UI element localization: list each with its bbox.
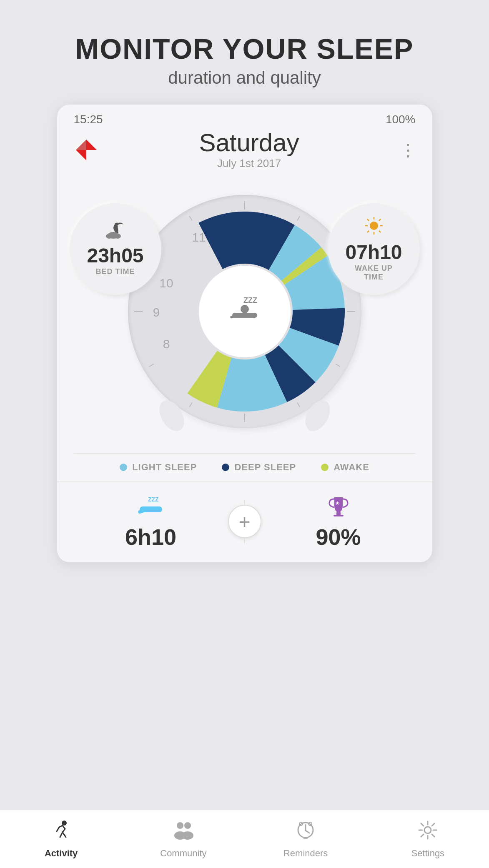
community-icon xyxy=(172,820,195,845)
svg-text:★: ★ xyxy=(335,500,340,506)
svg-rect-46 xyxy=(336,512,341,515)
svg-line-40 xyxy=(379,231,381,232)
wake-time-icon xyxy=(364,216,384,239)
stats-wrapper: ZZZ 6h10 + xyxy=(57,481,432,562)
svg-line-41 xyxy=(379,219,381,221)
svg-point-59 xyxy=(424,827,431,833)
nav-reminders[interactable]: Reminders xyxy=(245,810,367,868)
svg-line-13 xyxy=(189,402,192,407)
bed-time-circle: 23h05 BED TIME xyxy=(70,203,161,295)
wake-time-label: WAKE UPTIME xyxy=(355,264,393,282)
svg-text:9: 9 xyxy=(153,305,160,319)
reminders-icon xyxy=(295,820,316,845)
header-subtitle: duration and quality xyxy=(17,68,472,88)
svg-point-31 xyxy=(241,305,249,313)
activity-icon xyxy=(51,820,72,845)
day-name: Saturday xyxy=(199,130,299,155)
bottom-nav: Activity Community Reminders xyxy=(0,810,489,868)
wake-time-value: 07h10 xyxy=(345,242,402,262)
svg-point-49 xyxy=(62,821,67,826)
svg-line-17 xyxy=(189,216,192,220)
legend-deep-sleep: DEEP SLEEP xyxy=(222,462,296,473)
bed-time-label: BED TIME xyxy=(95,267,135,276)
svg-line-7 xyxy=(297,216,300,220)
svg-line-14 xyxy=(149,364,153,367)
svg-line-11 xyxy=(297,402,300,407)
phone-header: Saturday July 1st 2017 ⋮ xyxy=(57,126,432,178)
clock-container: 12 1 2 3 4 5 6 7 8 9 10 11 ZZZ xyxy=(128,195,361,428)
more-menu-button[interactable]: ⋮ xyxy=(400,143,416,157)
svg-text:ZZZ: ZZZ xyxy=(148,496,159,503)
svg-line-42 xyxy=(367,231,369,232)
sleep-icon: ZZZ xyxy=(226,294,263,329)
sleep-duration-icon: ZZZ xyxy=(136,494,166,521)
nav-reminders-label: Reminders xyxy=(283,848,328,859)
nav-activity[interactable]: Activity xyxy=(0,810,122,868)
clock-center: ZZZ xyxy=(199,266,291,357)
sleep-quality-icon: ★ xyxy=(326,494,351,521)
awake-label: AWAKE xyxy=(334,462,369,473)
sleep-duration-stat: ZZZ 6h10 xyxy=(57,494,245,550)
status-bar: 15:25 100% xyxy=(57,105,432,126)
svg-point-53 xyxy=(182,831,193,840)
svg-point-51 xyxy=(184,822,191,829)
bed-time-icon xyxy=(105,222,126,242)
sleep-chart-area: 23h05 BED TIME xyxy=(57,187,432,453)
status-battery: 100% xyxy=(386,113,416,126)
deep-sleep-dot xyxy=(222,464,229,471)
svg-text:ZZZ: ZZZ xyxy=(243,296,257,304)
sleep-legend: LIGHT SLEEP DEEP SLEEP AWAKE xyxy=(74,453,416,481)
svg-line-10 xyxy=(336,364,340,367)
light-sleep-dot xyxy=(120,464,127,471)
svg-line-39 xyxy=(367,219,369,221)
svg-text:10: 10 xyxy=(159,276,173,290)
app-logo xyxy=(74,137,99,162)
legend-awake: AWAKE xyxy=(321,462,369,473)
light-sleep-label: LIGHT SLEEP xyxy=(132,462,197,473)
svg-marker-0 xyxy=(86,140,97,150)
header-title: MONITOR YOUR SLEEP xyxy=(17,33,472,65)
svg-marker-1 xyxy=(76,150,86,160)
nav-community-label: Community xyxy=(160,848,206,859)
svg-text:8: 8 xyxy=(163,337,170,351)
day-date: July 1st 2017 xyxy=(199,157,299,170)
nav-community[interactable]: Community xyxy=(122,810,244,868)
svg-marker-2 xyxy=(76,140,86,150)
svg-point-50 xyxy=(177,822,183,829)
deep-sleep-label: DEEP SLEEP xyxy=(234,462,296,473)
wake-time-circle: 07h10 WAKE UPTIME xyxy=(328,203,420,295)
stats-row: ZZZ 6h10 + xyxy=(57,481,432,562)
legend-light-sleep: LIGHT SLEEP xyxy=(120,462,197,473)
phone-header-center: Saturday July 1st 2017 xyxy=(199,130,299,170)
nav-settings[interactable]: Settings xyxy=(367,810,489,868)
main-card: 15:25 100% Saturday July 1st 2017 ⋮ xyxy=(57,105,432,562)
svg-line-56 xyxy=(306,831,309,833)
sleep-duration-value: 6h10 xyxy=(125,524,176,550)
svg-rect-47 xyxy=(334,515,344,516)
svg-point-34 xyxy=(370,222,378,230)
nav-settings-label: Settings xyxy=(411,848,445,859)
settings-icon xyxy=(417,820,438,845)
status-time: 15:25 xyxy=(74,113,103,126)
svg-point-5 xyxy=(114,234,121,239)
sleep-quality-value: 90% xyxy=(316,524,361,550)
nav-activity-label: Activity xyxy=(45,848,78,859)
header-section: MONITOR YOUR SLEEP duration and quality xyxy=(0,0,489,105)
sleep-quality-stat: ★ 90% xyxy=(245,494,432,550)
awake-dot xyxy=(321,464,329,471)
bed-time-value: 23h05 xyxy=(87,246,143,266)
svg-point-4 xyxy=(106,234,113,239)
